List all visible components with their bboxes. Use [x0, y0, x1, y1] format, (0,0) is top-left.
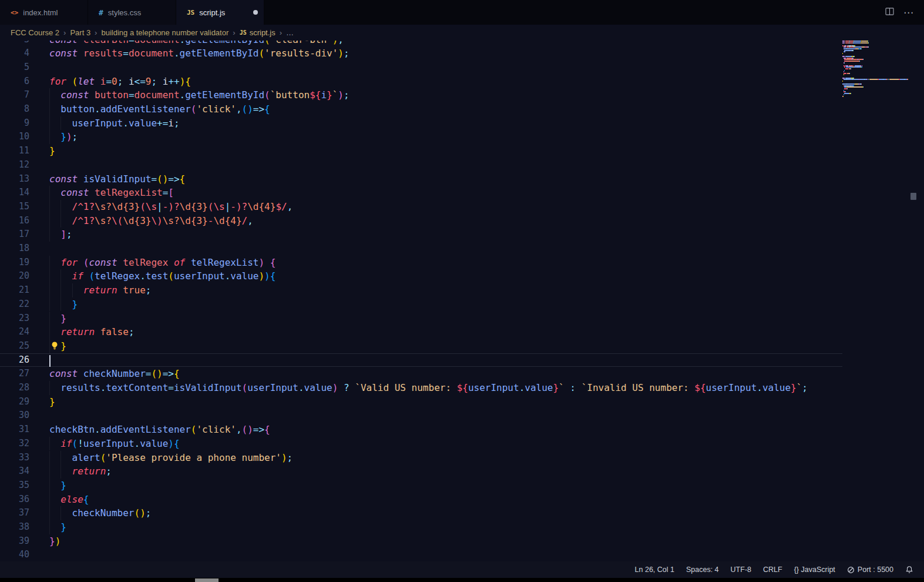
code-text: checkBtn.addEventListener('click',()=>{: [49, 423, 270, 437]
breadcrumb-item[interactable]: Part 3: [70, 28, 90, 37]
code-line[interactable]: return false;: [0, 325, 842, 339]
code-text: results.textContent=isValidInput(userInp…: [49, 381, 808, 395]
chevron-right-icon: ›: [233, 28, 235, 37]
code-text: ];: [49, 228, 72, 242]
code-text: const clearBtn=document.getElementById('…: [49, 41, 344, 46]
code-line[interactable]: [0, 242, 842, 256]
status-live-server-port[interactable]: Port : 5500: [841, 566, 899, 574]
code-line[interactable]: const results=document.getElementById('r…: [0, 46, 842, 61]
tab-label: script.js: [199, 8, 225, 17]
editor[interactable]: 3456789101112131415161718192021222324252…: [0, 41, 924, 561]
more-actions-button[interactable]: ⋯: [903, 8, 913, 18]
code-line[interactable]: /^1?\s?\d{3}(\s|-)?\d{3}(\s|-)?\d{4}$/,: [0, 200, 842, 214]
code-text: }: [49, 395, 55, 409]
tab-styles-css[interactable]: # styles.css: [88, 0, 176, 25]
code-text: userInput.value+=i;: [49, 116, 180, 131]
chevron-right-icon: ›: [280, 28, 282, 37]
overview-ruler-marker: [910, 193, 916, 200]
code-line[interactable]: }: [0, 479, 842, 493]
code-line[interactable]: if(!userInput.value){: [0, 437, 842, 451]
tab-index-html[interactable]: <> index.html: [0, 0, 88, 25]
status-language[interactable]: {} JavaScript: [788, 566, 841, 574]
code-line[interactable]: userInput.value+=i;: [0, 116, 842, 131]
tab-label: index.html: [23, 8, 58, 17]
code-text: /^1?\s?\d{3}(\s|-)?\d{3}(\s|-)?\d{4}$/,: [49, 200, 293, 214]
status-eol[interactable]: CRLF: [757, 566, 788, 574]
code-line[interactable]: results.textContent=isValidInput(userInp…: [0, 381, 842, 395]
code-line[interactable]: }: [0, 312, 842, 326]
code-line[interactable]: [0, 353, 842, 367]
code-line[interactable]: return;: [0, 464, 842, 479]
code-line[interactable]: for (let i=0; i<=9; i++){: [0, 75, 842, 89]
code-text: });: [49, 130, 78, 144]
status-encoding[interactable]: UTF-8: [725, 566, 757, 574]
code-line[interactable]: else{: [0, 493, 842, 507]
tab-bar: <> index.html # styles.css JS script.js …: [0, 0, 924, 25]
split-editor-button[interactable]: [885, 7, 894, 18]
minimap[interactable]: [842, 41, 908, 561]
code-line[interactable]: }): [0, 534, 842, 548]
breadcrumb: FCC Course 2 › Part 3 › building a telep…: [0, 25, 924, 41]
code-line[interactable]: alert('Please provide a phone number');: [0, 451, 842, 465]
code-line[interactable]: [0, 548, 842, 561]
code-line[interactable]: if (telRegex.test(userInput.value)){: [0, 269, 842, 283]
code-text: }: [49, 297, 78, 312]
taskbar-strip: [0, 578, 924, 582]
status-cursor-position[interactable]: Ln 26, Col 1: [629, 566, 680, 574]
breadcrumb-overflow[interactable]: …: [286, 28, 294, 37]
js-file-icon: JS: [240, 29, 247, 36]
js-file-icon: JS: [187, 9, 194, 16]
notifications-bell-icon[interactable]: [899, 566, 919, 574]
code-line[interactable]: }: [0, 520, 842, 534]
tab-label: styles.css: [108, 8, 141, 17]
modified-dot-icon[interactable]: [253, 10, 258, 15]
code-text: if(!userInput.value){: [49, 437, 180, 451]
code-line[interactable]: /^1?\s?\(\d{3}\)\s?\d{3}-\d{4}/,: [0, 214, 842, 228]
code-line[interactable]: return true;: [0, 283, 842, 297]
circle-slash-icon: [847, 566, 855, 574]
text-cursor: [49, 355, 51, 367]
code-text: for (const telRegex of telRegexList) {: [49, 256, 275, 270]
code-text: return false;: [49, 325, 135, 339]
code-line[interactable]: checkNumber();: [0, 506, 842, 520]
code-text: if (telRegex.test(userInput.value)){: [49, 269, 275, 283]
code-line[interactable]: });: [0, 130, 842, 144]
editor-actions: ⋯: [885, 0, 924, 25]
code-text: const isValidInput=()=>{: [49, 172, 185, 186]
code-line[interactable]: for (const telRegex of telRegexList) {: [0, 256, 842, 270]
status-bar: Ln 26, Col 1 Spaces: 4 UTF-8 CRLF {} Jav…: [0, 561, 924, 578]
code-text: const checkNumber=()=>{: [49, 367, 180, 381]
code-line[interactable]: checkBtn.addEventListener('click',()=>{: [0, 423, 842, 437]
tab-script-js[interactable]: JS script.js: [176, 0, 264, 25]
code-text: }: [49, 520, 66, 534]
code-text: else{: [49, 493, 89, 507]
code-line[interactable]: button.addEventListener('click',()=>{: [0, 102, 842, 116]
code-line[interactable]: [0, 61, 842, 75]
code-line[interactable]: [0, 158, 842, 172]
code-line[interactable]: const clearBtn=document.getElementById('…: [0, 41, 842, 46]
code-text: const button=document.getElementById(`bu…: [49, 88, 350, 102]
breadcrumb-file[interactable]: JS script.js: [240, 28, 275, 37]
code-line[interactable]: }: [0, 144, 842, 158]
code-text: }: [49, 144, 55, 158]
code-line[interactable]: const checkNumber=()=>{: [0, 367, 842, 381]
lightbulb-icon[interactable]: [50, 341, 59, 351]
html-file-icon: <>: [11, 9, 18, 16]
code-line[interactable]: const telRegexList=[: [0, 186, 842, 200]
breadcrumb-item[interactable]: FCC Course 2: [11, 28, 59, 37]
code-line[interactable]: }: [0, 395, 842, 409]
code-line[interactable]: const isValidInput=()=>{: [0, 172, 842, 186]
code-line[interactable]: [0, 409, 842, 423]
code-text: }: [49, 312, 66, 326]
code-line[interactable]: }: [0, 339, 842, 353]
code-line[interactable]: const button=document.getElementById(`bu…: [0, 88, 842, 102]
breadcrumb-item[interactable]: building a telephone number validator: [101, 28, 229, 37]
code-line[interactable]: }: [0, 297, 842, 312]
chevron-right-icon: ›: [63, 28, 66, 37]
status-indentation[interactable]: Spaces: 4: [680, 566, 725, 574]
code-text: return true;: [49, 283, 151, 297]
code-text: return;: [49, 464, 112, 479]
code-text: checkNumber();: [49, 506, 151, 520]
code-line[interactable]: ];: [0, 228, 842, 242]
chevron-right-icon: ›: [95, 28, 97, 37]
